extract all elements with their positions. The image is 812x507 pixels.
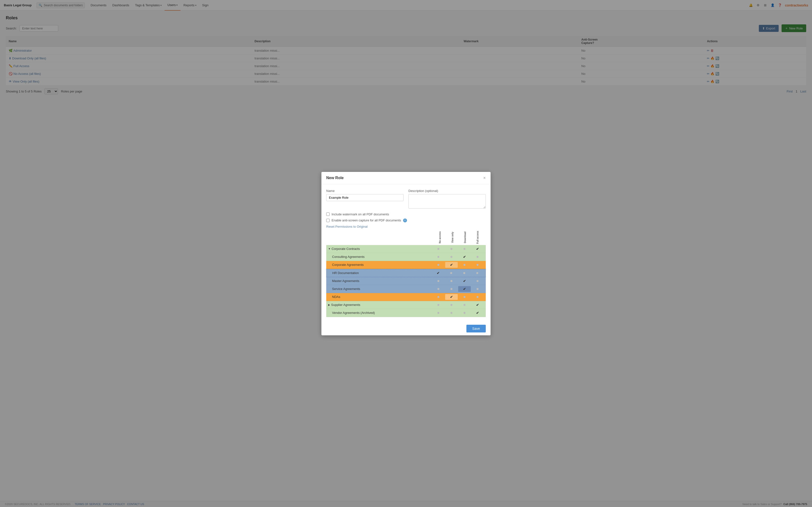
modal-overlay[interactable]: New Role × Name Description (optional) I…	[0, 0, 812, 99]
